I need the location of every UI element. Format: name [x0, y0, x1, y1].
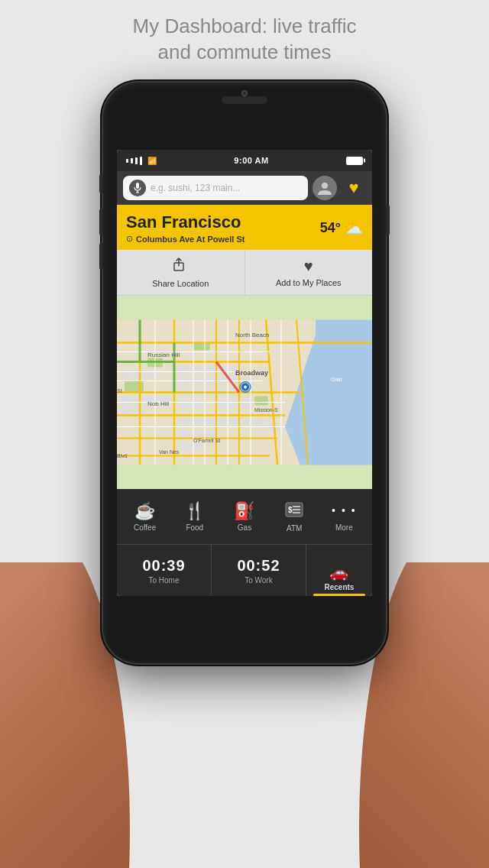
add-to-places-button[interactable]: ♥ Add to My Places [245, 250, 373, 295]
weather-area: 54° ⛅ [320, 219, 363, 238]
recents-label: Recents [325, 583, 355, 591]
weather-icon: ⛅ [344, 219, 363, 238]
phone-power-button [386, 205, 390, 235]
commute-work[interactable]: 00:52 To Work [212, 545, 306, 596]
svg-rect-10 [193, 343, 210, 351]
avatar-button[interactable] [313, 176, 337, 200]
category-coffee[interactable]: ☕ Coffee [126, 501, 164, 532]
location-pin-icon: ⊙ [126, 234, 133, 244]
mic-icon[interactable] [129, 180, 146, 196]
recents-underline [313, 594, 366, 596]
signal-bar-4 [140, 157, 142, 165]
location-address-row: ⊙ Columbus Ave At Powell St [126, 234, 244, 244]
signal-bar-2 [131, 158, 133, 164]
svg-point-3 [322, 183, 328, 189]
map-area[interactable]: North Beach Russian Hill Broadway Nob Hi… [117, 296, 372, 489]
category-food[interactable]: 🍴 Food [176, 501, 214, 532]
phone-screen: 📶 9:00 AM [117, 150, 372, 596]
page-title: My Dashboard: live traffic and commute t… [0, 14, 489, 66]
recents-car-icon: 🚗 [329, 563, 348, 581]
svg-rect-53 [255, 419, 267, 427]
commute-home-label: To Home [148, 576, 179, 585]
city-name: San Francisco [126, 212, 244, 232]
search-placeholder: e.g. sushi, 123 main... [151, 183, 240, 193]
more-label: More [335, 523, 353, 532]
svg-text:Mission-S: Mission-S [254, 407, 278, 413]
location-address: Columbus Ave At Powell St [136, 235, 244, 244]
svg-text:O'Farrell St: O'Farrell St [193, 438, 220, 443]
phone-mute-button [99, 174, 103, 193]
svg-rect-19 [147, 370, 158, 379]
clock: 9:00 AM [234, 156, 268, 165]
svg-rect-51 [191, 442, 202, 450]
favorites-button[interactable]: ♥ [342, 176, 366, 200]
atm-icon: $ [285, 501, 303, 522]
phone-vol-up-button [99, 209, 103, 235]
svg-rect-47 [178, 431, 189, 439]
wifi-icon: 📶 [147, 157, 157, 165]
action-buttons: Share Location ♥ Add to My Places [117, 250, 372, 296]
svg-rect-17 [121, 370, 132, 379]
share-icon [173, 257, 188, 276]
svg-text:Oakl: Oakl [331, 377, 342, 382]
phone-frame: 📶 9:00 AM [103, 83, 386, 663]
svg-point-95 [244, 386, 247, 389]
svg-text:Broadway: Broadway [235, 369, 268, 377]
svg-text:$: $ [288, 506, 293, 514]
svg-rect-42 [178, 419, 189, 427]
svg-rect-0 [136, 183, 139, 189]
categories-bar: ☕ Coffee 🍴 Food ⛽ Gas $ [117, 489, 372, 544]
phone-vol-down-button [99, 243, 103, 270]
svg-rect-50 [178, 442, 189, 450]
signal-bar-3 [135, 157, 138, 164]
battery-icon [346, 157, 363, 165]
category-atm[interactable]: $ ATM [275, 501, 313, 533]
commute-work-time: 00:52 [237, 557, 280, 575]
svg-text:Russian Hill: Russian Hill [147, 351, 180, 358]
svg-rect-52 [242, 419, 254, 427]
svg-rect-29 [178, 400, 189, 408]
food-label: Food [186, 523, 203, 532]
commute-work-label: To Work [244, 576, 273, 585]
phone-speaker [222, 96, 267, 104]
commute-bar: 00:39 To Home 00:52 To Work 🚗 Recents [117, 544, 372, 596]
map-svg: North Beach Russian Hill Broadway Nob Hi… [117, 296, 372, 489]
svg-text:Blvd: Blvd [117, 453, 128, 458]
svg-text:Van Nes: Van Nes [159, 449, 180, 455]
atm-label: ATM [287, 524, 302, 533]
location-header: San Francisco ⊙ Columbus Ave At Powell S… [117, 205, 372, 250]
search-input-wrapper[interactable]: e.g. sushi, 123 main... [123, 176, 308, 200]
svg-rect-45 [216, 419, 228, 427]
phone-camera [241, 90, 248, 96]
share-location-label: Share Location [152, 279, 209, 288]
coffee-label: Coffee [134, 523, 156, 532]
svg-rect-41 [242, 400, 254, 408]
food-icon: 🍴 [184, 501, 205, 521]
svg-rect-30 [191, 400, 202, 408]
status-bar: 📶 9:00 AM [117, 150, 372, 171]
svg-rect-11 [121, 397, 132, 406]
svg-text:Nob Hill: Nob Hill [147, 400, 169, 407]
commute-home-time: 00:39 [142, 557, 185, 575]
category-more[interactable]: • • • More [325, 501, 363, 531]
signal-area: 📶 [126, 157, 157, 165]
svg-rect-44 [204, 419, 215, 427]
signal-bar-1 [126, 159, 128, 163]
coffee-icon: ☕ [134, 501, 155, 521]
share-location-button[interactable]: Share Location [117, 250, 245, 295]
recents-button[interactable]: 🚗 Recents [306, 545, 372, 596]
temperature: 54° [320, 220, 341, 236]
category-gas[interactable]: ⛽ Gas [225, 501, 264, 532]
add-to-places-label: Add to My Places [276, 278, 342, 287]
commute-home[interactable]: 00:39 To Home [117, 545, 212, 596]
page-title-area: My Dashboard: live traffic and commute t… [0, 14, 489, 66]
battery-area [346, 157, 363, 165]
svg-rect-37 [216, 400, 228, 408]
svg-rect-43 [191, 419, 202, 427]
svg-text:North Beach: North Beach [235, 332, 269, 338]
svg-text:St: St [117, 388, 122, 394]
search-bar[interactable]: e.g. sushi, 123 main... ♥ [117, 171, 372, 205]
more-icon: • • • [332, 501, 356, 520]
gas-label: Gas [238, 523, 251, 532]
gas-icon: ⛽ [234, 501, 254, 521]
